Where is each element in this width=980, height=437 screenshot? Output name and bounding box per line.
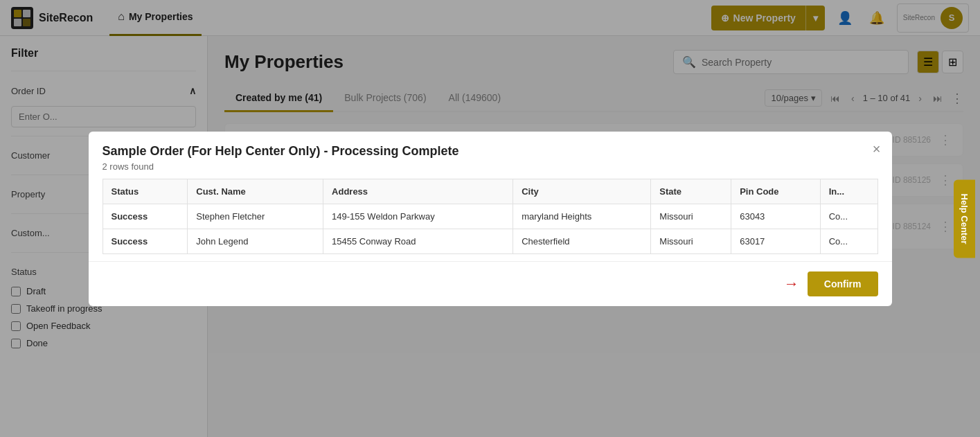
help-center-tab[interactable]: Help Center	[954, 179, 975, 258]
table-column-header: Address	[323, 179, 513, 204]
table-column-header: Pin Code	[731, 179, 820, 204]
table-row: Success John Legend 15455 Conway Road Ch…	[103, 229, 877, 253]
table-body: Success Stephen Fletcher 149-155 Weldon …	[103, 204, 877, 253]
results-table: StatusCust. NameAddressCityStatePin Code…	[103, 179, 878, 254]
table-header: StatusCust. NameAddressCityStatePin Code…	[103, 179, 877, 204]
row-status: Success	[103, 229, 188, 253]
row-pin-code: 63017	[731, 229, 820, 253]
row-state: Missouri	[651, 204, 731, 229]
row-address: 149-155 Weldon Parkway	[323, 204, 513, 229]
row-state: Missouri	[651, 229, 731, 253]
table-row: Success Stephen Fletcher 149-155 Weldon …	[103, 204, 877, 229]
table-column-header: City	[513, 179, 651, 204]
modal-footer: → Confirm	[89, 261, 892, 306]
table-header-row: StatusCust. NameAddressCityStatePin Code…	[103, 179, 877, 204]
row-city: maryland Heights	[513, 204, 651, 229]
modal-title: Sample Order (For Help Center Only) - Pr…	[103, 144, 878, 159]
modal-subtitle: 2 rows found	[103, 161, 878, 172]
confirm-button[interactable]: Confirm	[808, 271, 878, 296]
modal-close-button[interactable]: ×	[873, 141, 881, 157]
modal-overlay: Sample Order (For Help Center Only) - Pr…	[0, 0, 980, 437]
row-cust-name: Stephen Fletcher	[188, 204, 323, 229]
row-pin-code: 63043	[731, 204, 820, 229]
row-city: Chesterfield	[513, 229, 651, 253]
table-column-header: State	[651, 179, 731, 204]
modal: Sample Order (For Help Center Only) - Pr…	[89, 132, 892, 306]
confirm-arrow-icon: →	[784, 275, 799, 293]
row-extra: Co...	[820, 204, 877, 229]
modal-body: StatusCust. NameAddressCityStatePin Code…	[89, 179, 892, 261]
table-column-header: Cust. Name	[188, 179, 323, 204]
table-column-header: In...	[820, 179, 877, 204]
row-address: 15455 Conway Road	[323, 229, 513, 253]
table-column-header: Status	[103, 179, 188, 204]
row-cust-name: John Legend	[188, 229, 323, 253]
modal-header: Sample Order (For Help Center Only) - Pr…	[89, 132, 892, 179]
row-extra: Co...	[820, 229, 877, 253]
row-status: Success	[103, 204, 188, 229]
